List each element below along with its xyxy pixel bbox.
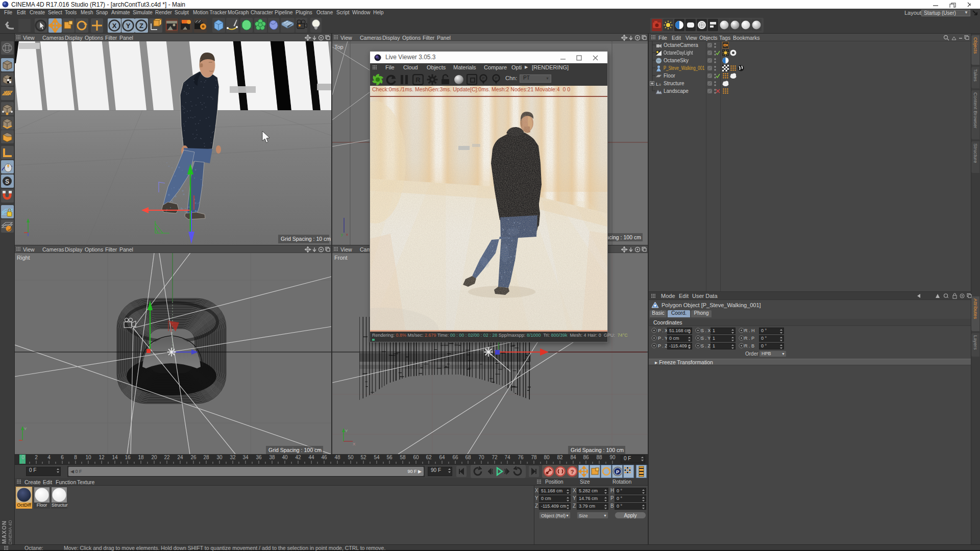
svg-text:52: 52 (360, 455, 366, 460)
svg-text:Top: Top (334, 44, 344, 50)
svg-text:72: 72 (492, 455, 498, 460)
svg-text:X: X (353, 442, 356, 446)
svg-text:X: X (112, 22, 117, 30)
svg-text:62: 62 (426, 455, 432, 460)
svg-text:x: x (346, 232, 348, 237)
svg-text:68: 68 (465, 455, 471, 460)
svg-text:Y: Y (24, 427, 27, 431)
svg-text:40: 40 (282, 455, 288, 460)
svg-text:46: 46 (321, 455, 327, 460)
svg-text:P: P (482, 77, 485, 80)
svg-text:74: 74 (504, 455, 510, 460)
svg-text:54: 54 (374, 455, 380, 460)
svg-text:22: 22 (164, 455, 170, 460)
svg-text:12: 12 (99, 455, 105, 460)
svg-text:y: y (341, 232, 343, 237)
svg-text:60: 60 (413, 455, 419, 460)
svg-text:8: 8 (74, 455, 77, 460)
svg-text:90: 90 (609, 455, 616, 460)
svg-text:Z: Z (139, 22, 143, 30)
svg-text:32: 32 (230, 455, 236, 460)
svg-text:6: 6 (61, 455, 64, 460)
svg-text:50: 50 (348, 455, 354, 460)
svg-text:28: 28 (203, 455, 209, 460)
svg-text:S: S (5, 178, 9, 185)
svg-text:26: 26 (190, 455, 197, 460)
svg-text:36: 36 (256, 455, 262, 460)
svg-text:Front: Front (334, 255, 348, 261)
svg-text:16: 16 (125, 455, 131, 460)
svg-text:14: 14 (112, 455, 118, 460)
svg-text:38: 38 (269, 455, 275, 460)
svg-text:82: 82 (557, 455, 563, 460)
svg-text:10: 10 (85, 455, 91, 460)
svg-text:48: 48 (334, 455, 340, 460)
svg-text:88: 88 (596, 455, 602, 460)
svg-text:4: 4 (47, 455, 51, 460)
svg-text:42: 42 (295, 455, 301, 460)
svg-text:70: 70 (478, 455, 484, 460)
svg-text:Right: Right (17, 255, 30, 261)
svg-text:Grid Spacing : 100 cm: Grid Spacing : 100 cm (571, 447, 624, 453)
svg-text:44: 44 (308, 455, 314, 460)
svg-text:Grid Spacing : 100 cm: Grid Spacing : 100 cm (268, 447, 322, 453)
svg-text:P: P (495, 77, 498, 80)
svg-text:18: 18 (138, 455, 144, 460)
svg-text:o: o (659, 83, 661, 86)
svg-text:P: P (616, 469, 619, 474)
svg-text:78: 78 (531, 455, 537, 460)
svg-text:Y: Y (126, 22, 131, 30)
svg-text:80: 80 (544, 455, 550, 460)
svg-text:Y: Y (345, 429, 348, 433)
svg-text:66: 66 (452, 455, 458, 460)
svg-text:20: 20 (151, 455, 157, 460)
svg-text:64: 64 (439, 455, 445, 460)
svg-text:86: 86 (583, 455, 589, 460)
svg-text:56: 56 (386, 455, 393, 460)
svg-text:30: 30 (216, 455, 223, 460)
svg-text:34: 34 (242, 455, 249, 460)
svg-text:76: 76 (518, 455, 524, 460)
svg-text:Grid Spacing : 10 cm: Grid Spacing : 10 cm (281, 236, 331, 242)
svg-text:?: ? (571, 469, 574, 475)
svg-text:0: 0 (21, 455, 24, 460)
svg-text:58: 58 (400, 455, 406, 460)
svg-text:24: 24 (177, 455, 183, 460)
svg-text:2: 2 (35, 455, 38, 460)
svg-text:R: R (415, 76, 421, 84)
svg-text:84: 84 (570, 455, 576, 460)
